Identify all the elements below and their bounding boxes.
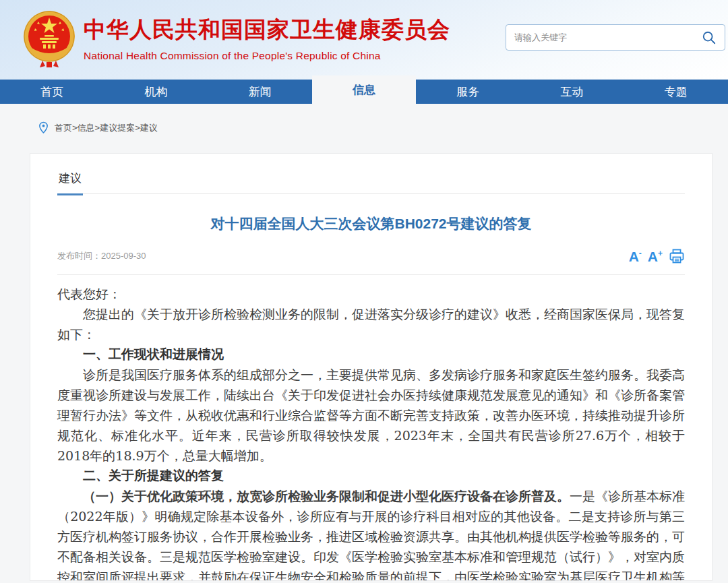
section-tab-row: 建议 xyxy=(57,154,685,194)
article-paragraph: 代表您好： xyxy=(57,284,685,304)
article-paragraph: （一）关于优化政策环境，放宽诊所检验业务限制和促进小型化医疗设备在诊所普及。一是… xyxy=(57,486,685,581)
article-paragraph: 诊所是我国医疗服务体系的组成部分之一，主要提供常见病、多发病诊疗服务和家庭医生签… xyxy=(57,365,685,466)
nav-item-home[interactable]: 首页 xyxy=(0,80,104,104)
content-card: 建议 对十四届全国人大三次会议第BH0272号建议的答复 发布时间：2025-0… xyxy=(30,153,712,581)
site-header: 中华人民共和国国家卫生健康委员会 National Health Commiss… xyxy=(0,0,728,80)
site-titles: 中华人民共和国国家卫生健康委员会 National Health Commiss… xyxy=(84,15,450,62)
article-paragraph: 您提出的《关于放开诊所检验检测业务的限制，促进落实分级诊疗的建议》收悉，经商国家… xyxy=(57,304,685,344)
print-icon[interactable] xyxy=(669,248,685,264)
breadcrumb-path[interactable]: 首页>信息>建议提案>建议 xyxy=(55,122,158,134)
search-icon[interactable] xyxy=(702,30,717,45)
location-pin-icon xyxy=(38,121,49,134)
article-heading: 一、工作现状和进展情况 xyxy=(57,344,685,365)
article-meta-row: 发布时间：2025-09-30 A- A+ xyxy=(57,248,685,275)
article-body: 代表您好：您提出的《关于放开诊所检验检测业务的限制，促进落实分级诊疗的建议》收悉… xyxy=(57,284,685,581)
site-title-english: National Health Commission of the People… xyxy=(84,50,450,62)
main-nav: 首页 机构 新闻 信息 服务 互动 专题 xyxy=(0,80,728,104)
tab-suggestions[interactable]: 建议 xyxy=(57,171,83,195)
article-title: 对十四届全国人大三次会议第BH0272号建议的答复 xyxy=(57,214,685,233)
nav-item-organization[interactable]: 机构 xyxy=(104,80,208,104)
search-box[interactable] xyxy=(506,24,725,51)
nav-item-services[interactable]: 服务 xyxy=(416,80,520,104)
nav-item-interaction[interactable]: 互动 xyxy=(520,80,624,104)
nav-item-information[interactable]: 信息 xyxy=(312,75,416,104)
publish-date-value: 2025-09-30 xyxy=(101,251,146,261)
font-increase-button[interactable]: A+ xyxy=(648,249,663,264)
publish-date: 发布时间：2025-09-30 xyxy=(57,250,146,262)
national-emblem-logo xyxy=(22,8,76,70)
article-tools: A- A+ xyxy=(629,248,685,264)
plus-sign: + xyxy=(658,249,663,258)
breadcrumb: 首页>信息>建议提案>建议 xyxy=(0,104,728,153)
font-decrease-button[interactable]: A- xyxy=(629,249,642,264)
search-input[interactable] xyxy=(506,32,702,42)
paragraph-lead-bold: （一）关于优化政策环境，放宽诊所检验业务限制和促进小型化医疗设备在诊所普及。 xyxy=(83,489,570,503)
article-heading: 二、关于所提建议的答复 xyxy=(57,466,685,486)
site-title-chinese: 中华人民共和国国家卫生健康委员会 xyxy=(84,15,450,45)
minus-sign: - xyxy=(639,249,642,258)
publish-date-label: 发布时间： xyxy=(57,251,101,261)
nav-item-topics[interactable]: 专题 xyxy=(624,80,728,104)
nav-item-news[interactable]: 新闻 xyxy=(208,80,312,104)
